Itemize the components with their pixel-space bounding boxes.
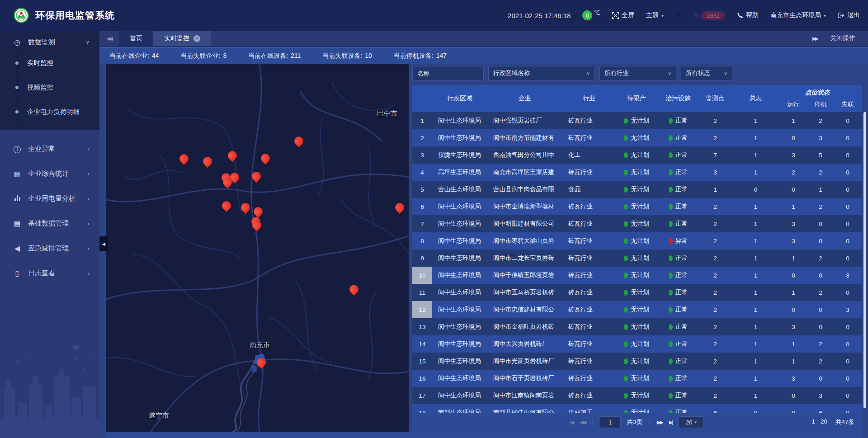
sidebar-item-power-load-detail[interactable]: 企业电力负荷明细 xyxy=(17,99,99,124)
prev-page-icon[interactable]: ◀◀ xyxy=(580,419,585,425)
cell-limit-status: 无计划 xyxy=(616,134,657,142)
chevron-down-icon: ∨ xyxy=(668,71,671,76)
cell-points: 2 xyxy=(699,272,731,279)
notifications[interactable]: 2632 xyxy=(693,11,725,20)
col-limit: 停限产 xyxy=(616,85,657,112)
sidebar-item-enterprise-statistics[interactable]: ▦ 企业综合统计 ‹ xyxy=(0,161,99,186)
chevron-left-icon: ‹ xyxy=(88,245,90,252)
sidebar-item-label: 基础数据管理 xyxy=(28,219,69,228)
table-row[interactable]: 1阆中生态环境局阆中强锐页岩砖厂砖瓦行业无计划正常21120 xyxy=(412,112,862,129)
table-row[interactable]: 14阆中生态环境局阆中大兴页岩机砖厂砖瓦行业无计划正常21120 xyxy=(412,335,862,353)
page-size-select[interactable]: 20 ▾ xyxy=(679,416,704,428)
cell-stop: 2 xyxy=(807,289,834,296)
table-row[interactable]: 9阆中生态环境局阆中市二龙长宝页岩砖砖瓦行业无计划正常21120 xyxy=(412,250,862,267)
sidebar-item-enterprise-abnormal[interactable]: ! 企业异常 ‹ xyxy=(0,137,99,161)
region-filter-select[interactable]: 行政区域名称 ∨ xyxy=(488,66,595,80)
cell-company: 阆中市金博瑞新型墙材 xyxy=(487,203,562,211)
cell-run: 0 xyxy=(780,272,807,279)
tab-home[interactable]: 首页 xyxy=(119,31,153,46)
help-label: 帮助 xyxy=(746,11,759,19)
table-row[interactable]: 5营山生态环境局营山县润丰肉食品有限食品无计划正常10010 xyxy=(412,181,862,198)
table-row[interactable]: 13阆中生态环境局阆中市金福旺页岩机砖砖瓦行业无计划正常21300 xyxy=(412,318,862,335)
table-row[interactable]: 15阆中生态环境局阆中市光富页岩机砖厂砖瓦行业无计划正常21120 xyxy=(412,353,862,370)
org-dropdown[interactable]: 南充市生态环境局 ▾ xyxy=(770,11,826,19)
sidebar-item-data-monitoring[interactable]: ◷ 数据监测 ∨ xyxy=(0,31,99,51)
sidebar-item-label: 企业综合统计 xyxy=(28,170,69,178)
cell-company: 南充市高坪区王家店建 xyxy=(487,168,562,176)
cell-run: 1 xyxy=(780,255,807,262)
sidebar-item-base-data-management[interactable]: ▤ 基础数据管理 ‹ xyxy=(0,211,99,236)
cell-lost: 0 xyxy=(834,358,861,365)
sidebar-item-realtime-monitoring[interactable]: 实时监控 xyxy=(17,51,99,75)
skyline-decoration xyxy=(0,334,99,438)
table-row[interactable]: 11阆中生态环境局阆中市五马桥页岩机砖砖瓦行业无计划正常21120 xyxy=(412,284,862,301)
table-row[interactable]: 2阆中生态环境局阆中市南方节能建材有砖瓦行业无计划正常21030 xyxy=(412,129,862,146)
row-number: 11 xyxy=(412,284,432,301)
logout-button[interactable]: 退出 xyxy=(838,11,860,19)
table-row[interactable]: 6阆中生态环境局阆中市金博瑞新型墙材砖瓦行业无计划正常21120 xyxy=(412,198,862,215)
cell-lost: 0 xyxy=(834,169,861,176)
tab-realtime-monitoring[interactable]: 实时监控 × xyxy=(153,31,211,46)
row-number: 16 xyxy=(412,370,432,387)
mute-icon[interactable] xyxy=(675,12,682,19)
name-filter-input[interactable] xyxy=(412,66,484,80)
scrollbar[interactable] xyxy=(863,112,866,408)
table-row[interactable]: 4高坪生态环境局南充市高坪区王家店建砖瓦行业无计划正常31220 xyxy=(412,164,862,181)
stat-offline-enterprises: 当前失联企业:3 xyxy=(180,52,226,60)
range-label: 1 - 20 xyxy=(811,418,827,426)
status-filter-select[interactable]: 所有状态 ∨ xyxy=(681,66,732,80)
table-row[interactable]: 18南部生态环境局南部县砂佳山河有限公建材加工无计划正常60060 xyxy=(412,404,862,413)
row-number: 7 xyxy=(412,215,432,232)
chevron-left-icon: ‹ xyxy=(88,221,90,227)
table-row[interactable]: 3仪陇生态环境局西南油气田分公司川中化工无计划正常71350 xyxy=(412,146,862,164)
sidebar-item-log-view[interactable]: ▯ 日志查看 ‹ xyxy=(0,261,99,286)
row-number: 9 xyxy=(412,250,432,267)
table-row[interactable]: 8阆中生态环境局阆中市枣碧大梁山页岩砖瓦行业无计划异常21300 xyxy=(412,232,862,250)
theme-dropdown[interactable]: 主题 ▾ xyxy=(646,11,664,19)
cell-region: 营山生态环境局 xyxy=(432,185,487,193)
row-number: 4 xyxy=(412,164,432,181)
col-facility: 治污设施 xyxy=(657,85,699,112)
cell-company: 阆中市光富页岩机砖厂 xyxy=(487,357,562,365)
table-row[interactable]: 7阆中生态环境局阆中明阳建材有限公司砖瓦行业无计划正常21300 xyxy=(412,215,862,232)
cell-meters: 1 xyxy=(731,306,780,313)
col-industry: 行业 xyxy=(562,85,616,112)
industry-filter-select[interactable]: 所有行业 ∨ xyxy=(599,66,676,80)
page-input[interactable]: 1 xyxy=(600,416,621,428)
status-dot-green xyxy=(669,170,673,175)
first-page-icon[interactable]: |◀ xyxy=(570,419,573,425)
close-operations-button[interactable]: 关闭操作 xyxy=(830,34,855,42)
cell-limit-status: 无计划 xyxy=(616,117,657,125)
cell-lost: 0 xyxy=(834,375,861,382)
tabs-scroll-left-icon[interactable]: ◀◀ xyxy=(99,31,119,46)
table-row[interactable]: 10阆中生态环境局阆中千佛镇五郎垭页岩砖瓦行业无计划正常21003 xyxy=(412,267,862,284)
next-page-icon[interactable]: ▶▶ xyxy=(657,419,663,425)
table-row[interactable]: 16阆中生态环境局阆中市石子页岩机砖厂砖瓦行业无计划正常21300 xyxy=(412,370,862,387)
cell-points: 2 xyxy=(699,392,731,399)
tabs-scroll-right-icon[interactable]: ▶▶ xyxy=(812,36,817,42)
cell-limit-status: 无计划 xyxy=(616,374,657,382)
map[interactable]: 巴中市南充市遂宁市 xyxy=(106,64,409,432)
fullscreen-button[interactable]: 全屏 xyxy=(612,11,634,19)
sidebar-collapse-button[interactable]: ◀ xyxy=(99,236,108,251)
table-row[interactable]: 12阆中生态环境局阆中市忠信建材有限公砖瓦行业无计划正常21003 xyxy=(412,301,862,318)
status-dot-red xyxy=(669,238,673,244)
cell-region: 阆中生态环境局 xyxy=(432,288,487,297)
cell-meters: 1 xyxy=(731,221,780,227)
cell-limit-status: 无计划 xyxy=(616,254,657,262)
table-row[interactable]: 17阆中生态环境局阆中市江南镇阆南页岩砖瓦行业无计划正常21030 xyxy=(412,387,862,404)
cell-points: 2 xyxy=(699,341,731,348)
cell-stop: 2 xyxy=(807,169,834,176)
close-icon[interactable]: × xyxy=(193,35,200,42)
sidebar-item-power-usage-analysis[interactable]: 企业用电量分析 ‹ xyxy=(0,186,99,211)
chevron-left-icon: ‹ xyxy=(88,196,90,202)
status-dot-green xyxy=(669,376,673,381)
region-filter-value: 行政区域名称 xyxy=(493,69,530,77)
logout-icon xyxy=(838,12,844,19)
last-page-icon[interactable]: ▶| xyxy=(669,419,672,425)
cell-limit-status: 无计划 xyxy=(616,237,657,245)
help-button[interactable]: 帮助 xyxy=(737,11,759,19)
sidebar-item-video-monitoring[interactable]: 视频监控 xyxy=(17,75,99,99)
temperature-widget: 0 ℃ xyxy=(582,10,600,20)
sidebar-item-emergency-reduction[interactable]: ◀ 应急减排管理 ‹ xyxy=(0,236,99,261)
